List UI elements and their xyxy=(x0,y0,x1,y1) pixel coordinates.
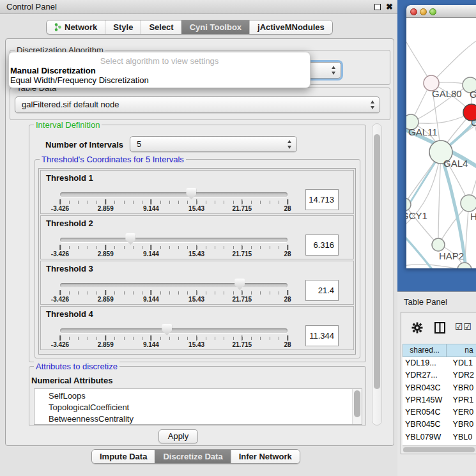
tab-cyni-toolbox[interactable]: Cyni Toolbox xyxy=(181,20,249,34)
slider-thumb[interactable] xyxy=(125,233,135,245)
slider-track[interactable] xyxy=(60,328,288,333)
panel-title: Control Panel xyxy=(6,2,57,12)
tab-select[interactable]: Select xyxy=(141,20,181,34)
zoom-traffic-light-icon[interactable] xyxy=(429,8,436,15)
network-canvas[interactable]: GAL80GACGAL11GAL4GCY1HHAP2 xyxy=(406,18,476,268)
slider-thumb[interactable] xyxy=(234,279,245,290)
cell-shared-name[interactable]: YBR043C xyxy=(403,382,448,394)
tab-discretize-data[interactable]: Discretize Data xyxy=(155,450,230,463)
slider-thumb[interactable] xyxy=(162,324,172,335)
cell-shared-name[interactable]: YBR045C xyxy=(403,418,448,431)
settings-scrollbar[interactable] xyxy=(372,123,382,426)
table-panel: Table Panel xyxy=(397,291,476,476)
network-node-label: GAL80 xyxy=(432,88,462,99)
tick-label: 2.859 xyxy=(98,250,114,257)
table-row[interactable]: YBR045CYBR0 xyxy=(403,418,476,431)
scrollbar-thumb[interactable] xyxy=(354,390,360,417)
attribute-list-item[interactable]: TopologicalCoefficient xyxy=(35,402,362,413)
tab-label: Select xyxy=(149,20,173,34)
number-of-intervals-label: Number of Intervals xyxy=(45,140,123,150)
major-tick xyxy=(151,199,152,204)
cell-name[interactable]: YBL0 xyxy=(448,431,476,443)
major-tick xyxy=(59,245,61,250)
network-node-label: C xyxy=(471,117,476,128)
float-window-icon[interactable] xyxy=(374,4,381,10)
scrollbar-thumb[interactable] xyxy=(403,447,475,452)
minimize-traffic-light-icon[interactable] xyxy=(420,8,427,15)
attribute-list-item[interactable]: SelfLoops xyxy=(35,390,362,402)
table-row[interactable]: YDR27...YDR2 xyxy=(403,369,476,381)
slider-track[interactable] xyxy=(60,192,288,197)
threshold-value-field[interactable]: 21.4 xyxy=(305,280,339,301)
cell-shared-name[interactable]: YPR145W xyxy=(403,394,448,406)
tick-label: 9.144 xyxy=(143,250,159,257)
threshold-slider[interactable] xyxy=(60,278,288,291)
column-header-name[interactable]: na xyxy=(447,344,476,357)
tick-label: -3.426 xyxy=(51,250,69,257)
network-node[interactable] xyxy=(432,238,445,251)
threshold-value-field[interactable]: 11.344 xyxy=(305,325,339,346)
tab-infer-network[interactable]: Infer Network xyxy=(231,450,300,463)
scrollbar-thumb[interactable] xyxy=(374,134,380,389)
table-row[interactable]: YBL079WYBL0 xyxy=(403,431,476,443)
numerical-attributes-list[interactable]: SelfLoopsTopologicalCoefficientBetweenne… xyxy=(34,388,362,425)
table-horizontal-scrollbar[interactable] xyxy=(403,445,476,452)
dropdown-option-equal-width[interactable]: Equal Width/Frequency Discretization xyxy=(9,75,310,85)
tab-style[interactable]: Style xyxy=(105,20,141,34)
cell-shared-name[interactable]: YDR27... xyxy=(403,369,448,381)
threshold-value-field[interactable]: 6.316 xyxy=(305,234,339,256)
cell-name[interactable]: YBR0 xyxy=(448,382,476,394)
network-desktop: GAL80GACGAL11GAL4GCY1HHAP2 xyxy=(397,0,476,291)
column-header-shared-name[interactable]: shared... xyxy=(403,344,447,357)
cell-name[interactable]: YPR1 xyxy=(448,394,476,406)
cell-shared-name[interactable]: YER054C xyxy=(403,406,448,418)
network-node[interactable] xyxy=(461,195,476,211)
table-row[interactable]: YPR145WYPR1 xyxy=(403,394,476,406)
tab-network[interactable]: Network xyxy=(47,20,105,34)
tick-label: -3.426 xyxy=(51,296,69,303)
tab-label: Cyni Toolbox xyxy=(190,20,242,34)
cell-name[interactable]: YDR2 xyxy=(448,369,476,381)
gear-icon[interactable] xyxy=(411,322,423,334)
threshold-label: Threshold 1 xyxy=(46,173,93,183)
tab-label: jActiveMNodules xyxy=(257,20,325,34)
cell-name[interactable]: YBR0 xyxy=(448,418,476,431)
network-node-label: H xyxy=(470,211,476,222)
table-row[interactable]: YDL19...YDL1 xyxy=(403,357,476,369)
apply-button[interactable]: Apply xyxy=(158,429,198,443)
network-window-titlebar[interactable] xyxy=(406,5,476,18)
network-view-window[interactable]: GAL80GACGAL11GAL4GCY1HHAP2 xyxy=(406,5,476,268)
tab-jactivemnodules[interactable]: jActiveMNodules xyxy=(249,20,332,34)
table-row[interactable]: YER054CYER0 xyxy=(403,406,476,418)
cell-shared-name[interactable]: YBL079W xyxy=(403,431,448,443)
network-node[interactable] xyxy=(406,198,411,211)
cell-shared-name[interactable]: YDL19... xyxy=(403,357,448,369)
threshold-label: Threshold 3 xyxy=(46,264,93,273)
tick-label: 15.43 xyxy=(188,341,204,348)
column-chooser-icon[interactable] xyxy=(434,322,445,334)
select-columns-checkbox-icons[interactable]: ☑☑ xyxy=(455,321,472,332)
threshold-slider[interactable] xyxy=(60,323,288,336)
table-row[interactable]: YBR043CYBR0 xyxy=(403,382,476,394)
tick-label: 21.715 xyxy=(233,205,252,212)
slider-thumb[interactable] xyxy=(186,188,196,199)
slider-track[interactable] xyxy=(60,238,288,242)
slider-track[interactable] xyxy=(60,283,288,288)
network-node[interactable] xyxy=(457,263,472,268)
attributes-scrollbar[interactable] xyxy=(352,389,362,424)
cell-name[interactable]: YER0 xyxy=(448,406,476,418)
close-icon[interactable]: ✖ xyxy=(386,1,393,13)
tab-impute-data[interactable]: Impute Data xyxy=(92,450,155,463)
slider-major-ticks xyxy=(60,245,288,250)
table-data-combobox[interactable]: galFiltered.sif default node xyxy=(15,96,380,113)
dropdown-option-manual[interactable]: Manual Discretization xyxy=(9,66,310,75)
threshold-row: Threshold 1 -3.4262.8599.14415.4321.7152… xyxy=(40,170,354,214)
network-node-label: HAP2 xyxy=(439,250,464,261)
threshold-value-field[interactable]: 14.713 xyxy=(305,189,339,210)
number-of-intervals-combobox[interactable]: 5 xyxy=(130,136,297,152)
threshold-slider[interactable] xyxy=(60,187,288,200)
close-traffic-light-icon[interactable] xyxy=(410,8,417,15)
threshold-slider[interactable] xyxy=(60,233,288,245)
cell-name[interactable]: YDL1 xyxy=(448,357,476,369)
attribute-list-item[interactable]: BetweennessCentrality xyxy=(35,413,362,425)
